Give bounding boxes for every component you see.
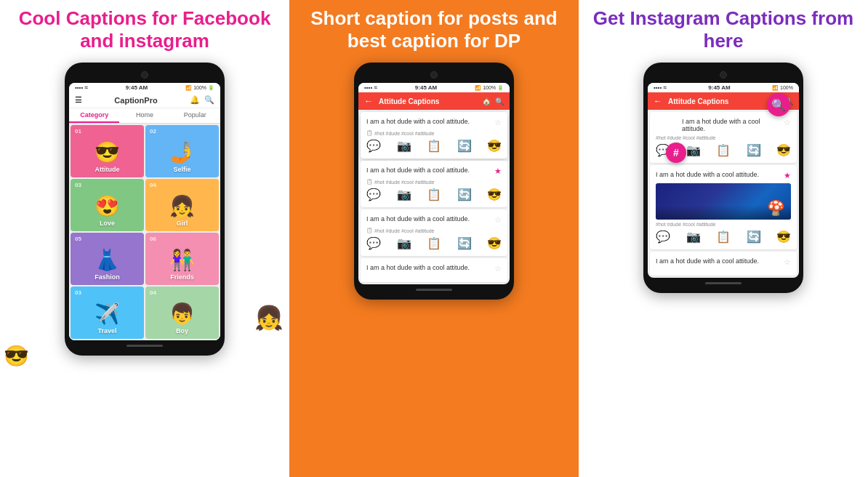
share-icon-3-2[interactable]: 🔄 (747, 230, 761, 244)
caption-star-1[interactable]: ☆ (494, 118, 502, 127)
phone-3-back-btn[interactable]: ← (654, 96, 662, 106)
caption-content-3-2: I am a hot dude with a cool attitude. (656, 171, 759, 178)
phone-3-time-left: •••• ≈ (654, 84, 667, 91)
caption-star-2[interactable]: ★ (494, 167, 502, 176)
hamburger-icon[interactable]: ☰ (75, 95, 82, 105)
copy-action-3-1[interactable]: 📋 (716, 143, 731, 157)
caption-content-3: I am a hot dude with a cool attitude. (366, 215, 470, 223)
instagram-icon-3[interactable]: 📷 (397, 236, 411, 250)
cat-girl[interactable]: 04 👧 Girl (145, 179, 219, 231)
caption-card-4: I am a hot dude with a cool attitude. ☆ (361, 258, 507, 282)
caption-star-3-3[interactable]: ☆ (784, 257, 791, 267)
caption-actions-3: 💬 📷 📋 🔄 😎 (366, 236, 502, 250)
cat-label-fashion: Fashion (95, 273, 120, 281)
caption-text-4: I am a hot dude with a cool attitude. ☆ (366, 264, 502, 273)
caption-star-3-2[interactable]: ★ (784, 171, 791, 180)
phone-2-status-bar: •••• ≈ 9:45 AM 📶 100% 🔋 (358, 83, 510, 92)
caption-tags-1: 📋 #hot #dude #cool #attitude (366, 130, 502, 136)
phone-1-status-icons: 📶 100% 🔋 (185, 85, 214, 91)
phone-1-status-bar: •••• ≈ 9:45 AM 📶 100% 🔋 (69, 83, 220, 92)
caption-content-3-3: I am a hot dude with a cool attitude. (656, 257, 759, 265)
share-icon-3-1[interactable]: 🔄 (747, 143, 761, 157)
phone-2-back-btn[interactable]: ← (364, 96, 373, 106)
caption-text-3-2: I am a hot dude with a cool attitude. ★ (656, 171, 791, 180)
whatsapp-icon-3[interactable]: 💬 (366, 236, 381, 250)
share-icon-3[interactable]: 🔄 (457, 236, 472, 250)
cat-emoji-friends: 👫 (169, 248, 195, 272)
home-icon[interactable]: 🏠 (482, 97, 491, 105)
cat-num-04: 04 (150, 182, 156, 188)
tab-popular[interactable]: Popular (170, 108, 220, 123)
phone-3-camera (720, 71, 727, 79)
search-icon-2[interactable]: 🔍 (495, 97, 504, 105)
cat-num-boy: 04 (150, 289, 156, 296)
category-grid: 01 😎 Attitude 02 🤳 Selfie 03 😍 Love 04 👧 (69, 124, 220, 340)
caption-card-1: I am a hot dude with a cool attitude. ☆ … (361, 112, 507, 159)
phone-3-time: 9:45 AM (708, 84, 730, 91)
cat-fashion[interactable]: 05 👗 Fashion (71, 233, 144, 285)
cat-label-attitude: Attitude (95, 166, 120, 173)
cat-love[interactable]: 03 😍 Love (71, 179, 144, 231)
emoji-icon-2: 😎 (487, 188, 502, 201)
copy-action-2[interactable]: 📋 (427, 188, 441, 201)
phone-2-screen-bar: ← Attitude Captions 🏠 🔍 (358, 92, 510, 110)
copy-icon-1[interactable]: 📋 (366, 130, 373, 136)
cat-emoji-fashion: 👗 (95, 248, 120, 272)
caption-tags-3-1: #hot #dude #cool #attitude (656, 135, 791, 140)
phone-1-screen: •••• ≈ 9:45 AM 📶 100% 🔋 ☰ CaptionPro 🔔 🔍… (69, 83, 220, 340)
cat-label-travel: Travel (97, 327, 116, 334)
caption-star-3[interactable]: ☆ (494, 215, 502, 225)
cat-friends[interactable]: 06 👫 Friends (145, 233, 219, 285)
phone-1-time: •••• ≈ (75, 84, 88, 91)
whatsapp-icon-3-2[interactable]: 💬 (656, 230, 670, 244)
panel-2: Short caption for posts and best caption… (289, 0, 579, 477)
tags-text-3: #hot #dude #cool #attitude (374, 228, 435, 233)
share-icon-2[interactable]: 🔄 (457, 188, 472, 201)
emoji-icon-3-2: 😎 (776, 230, 791, 244)
cat-attitude[interactable]: 01 😎 Attitude (71, 125, 144, 177)
hashtag-overlay[interactable]: # (666, 143, 686, 163)
tab-category[interactable]: Category (69, 108, 119, 123)
caption-text-2: I am a hot dude with a cool attitude. ★ (366, 167, 502, 176)
phone-2-screen-title: Attitude Captions (379, 97, 482, 105)
share-icon-1[interactable]: 🔄 (457, 139, 472, 153)
instagram-icon-2[interactable]: 📷 (397, 188, 411, 201)
phone-2-status-icons: 📶 100% 🔋 (475, 85, 504, 91)
panel-3: Get Instagram Captions from here 🔍 •••• … (579, 0, 868, 477)
whatsapp-icon-1[interactable]: 💬 (366, 139, 381, 153)
instagram-icon-3-2[interactable]: 📷 (686, 230, 701, 244)
phone-1-home-indicator (126, 345, 163, 347)
caption-star-4[interactable]: ☆ (494, 264, 502, 273)
search-icon[interactable]: 🔍 (204, 95, 214, 105)
cat-selfie[interactable]: 02 🤳 Selfie (145, 125, 219, 177)
cat-num-05: 05 (75, 236, 81, 242)
tab-home[interactable]: Home (119, 108, 169, 123)
copy-icon-3[interactable]: 📋 (366, 228, 373, 233)
phone-1-app-title: CaptionPro (82, 96, 190, 105)
emoji-icon-3: 😎 (487, 236, 502, 250)
cat-label-love: Love (100, 220, 115, 227)
cat-boy[interactable]: 04 👦 Boy (145, 286, 219, 339)
copy-action-1[interactable]: 📋 (427, 139, 441, 153)
instagram-icon-1[interactable]: 📷 (397, 139, 411, 153)
copy-icon-2[interactable]: 📋 (366, 179, 373, 185)
cat-num-03: 03 (75, 182, 81, 188)
caption-content-2: I am a hot dude with a cool attitude. (366, 167, 470, 174)
panel-1: Cool Captions for Facebook and instagram… (0, 0, 289, 477)
caption-actions-2: 💬 📷 📋 🔄 😎 (366, 188, 502, 201)
cat-label-girl: Girl (177, 220, 188, 227)
tags-text-3-1: #hot #dude #cool #attitude (656, 135, 716, 140)
instagram-icon-3-1[interactable]: 📷 (686, 143, 701, 157)
cat-emoji-girl: 👧 (169, 194, 195, 218)
whatsapp-icon-2[interactable]: 💬 (366, 188, 381, 201)
copy-action-3[interactable]: 📋 (427, 236, 441, 250)
cat-emoji-love: 😍 (95, 194, 120, 218)
cat-travel[interactable]: 03 ✈️ Travel (71, 286, 144, 339)
cat-label-boy: Boy (176, 327, 188, 334)
tags-text-3-2: #hot #dude #cool #attitude (656, 222, 716, 227)
caption-actions-1: 💬 📷 📋 🔄 😎 (366, 139, 502, 153)
caption-star-3-1[interactable]: ☆ (784, 118, 791, 127)
copy-action-3-2[interactable]: 📋 (716, 230, 731, 244)
bell-icon[interactable]: 🔔 (190, 95, 200, 105)
tags-text-1: #hot #dude #cool #attitude (374, 131, 435, 136)
